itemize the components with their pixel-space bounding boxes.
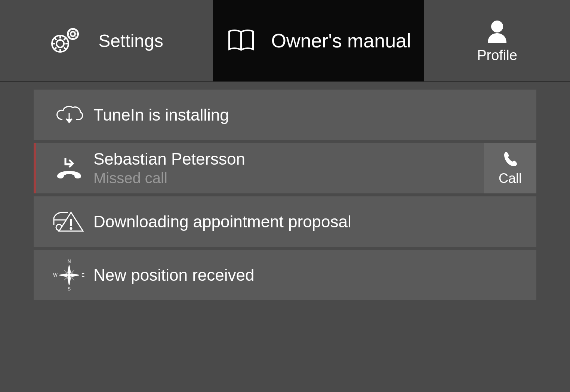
notification-title: Sebastian Petersson [93, 150, 484, 168]
call-label: Call [499, 171, 522, 186]
notification-title: Downloading appointment proposal [93, 212, 525, 231]
notification-text: TuneIn is installing [93, 106, 525, 124]
compass-icon: N S W E [45, 258, 93, 292]
svg-text:N: N [68, 259, 71, 264]
svg-point-21 [491, 21, 503, 32]
svg-point-0 [56, 40, 64, 47]
notification-subtitle: Missed call [93, 170, 484, 187]
car-warning-icon [45, 209, 93, 235]
svg-line-16 [69, 30, 70, 31]
notification-item-missed-call[interactable]: Sebastian Petersson Missed call Call [34, 143, 536, 193]
notification-text: Sebastian Petersson Missed call [93, 150, 484, 187]
svg-line-19 [76, 37, 77, 38]
svg-point-31 [68, 274, 71, 277]
svg-text:E: E [81, 273, 84, 278]
svg-line-17 [76, 30, 77, 31]
svg-line-18 [69, 37, 70, 38]
svg-text:S: S [68, 286, 71, 292]
notification-title: TuneIn is installing [93, 106, 525, 124]
notification-item[interactable]: TuneIn is installing [34, 90, 536, 140]
notification-text: Downloading appointment proposal [93, 212, 525, 231]
svg-point-26 [70, 228, 72, 229]
svg-point-10 [71, 32, 75, 36]
header-bar: Settings Owner's manual Profile [0, 0, 570, 82]
notification-title: New position received [93, 266, 525, 284]
notification-item[interactable]: Downloading appointment proposal [34, 196, 536, 247]
profile-icon [484, 18, 510, 44]
profile-label: Profile [477, 47, 517, 63]
missed-call-icon [45, 155, 93, 181]
notification-text: New position received [93, 266, 525, 284]
cloud-download-icon [45, 104, 93, 126]
tab-profile[interactable]: Profile [424, 0, 570, 81]
call-button[interactable]: Call [484, 143, 536, 193]
tab-owners-manual[interactable]: Owner's manual [213, 0, 424, 81]
notification-item[interactable]: N S W E New position received [34, 250, 536, 300]
gears-icon [50, 26, 83, 56]
settings-label: Settings [98, 31, 163, 51]
notifications-list: TuneIn is installing Sebastian Petersson… [0, 82, 570, 300]
owners-manual-label: Owner's manual [271, 29, 411, 52]
phone-icon [503, 150, 518, 168]
svg-text:W: W [53, 273, 58, 278]
book-icon [226, 28, 256, 54]
tab-settings[interactable]: Settings [0, 0, 213, 81]
